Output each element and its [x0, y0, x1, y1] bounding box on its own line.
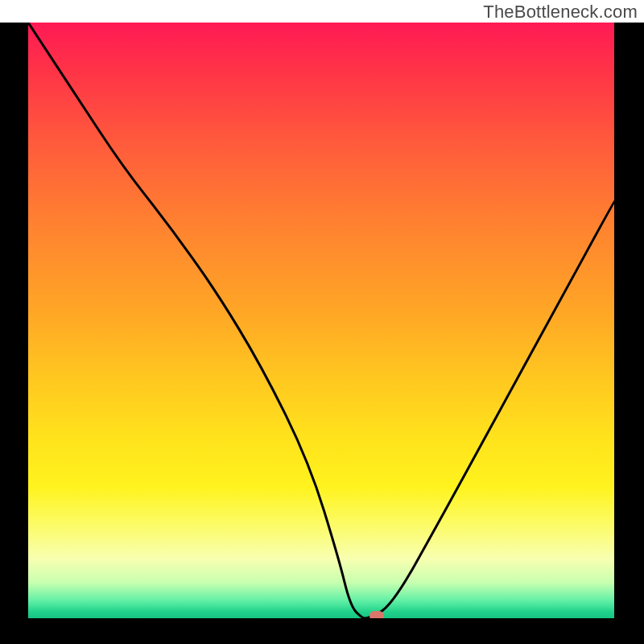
bottleneck-curve — [28, 23, 614, 618]
plot-area — [28, 23, 614, 618]
curve-svg — [28, 23, 614, 618]
optimum-marker — [369, 611, 384, 618]
chart-frame — [0, 23, 644, 644]
chart-container: TheBottleneck.com — [0, 0, 644, 644]
watermark-label: TheBottleneck.com — [483, 2, 638, 23]
